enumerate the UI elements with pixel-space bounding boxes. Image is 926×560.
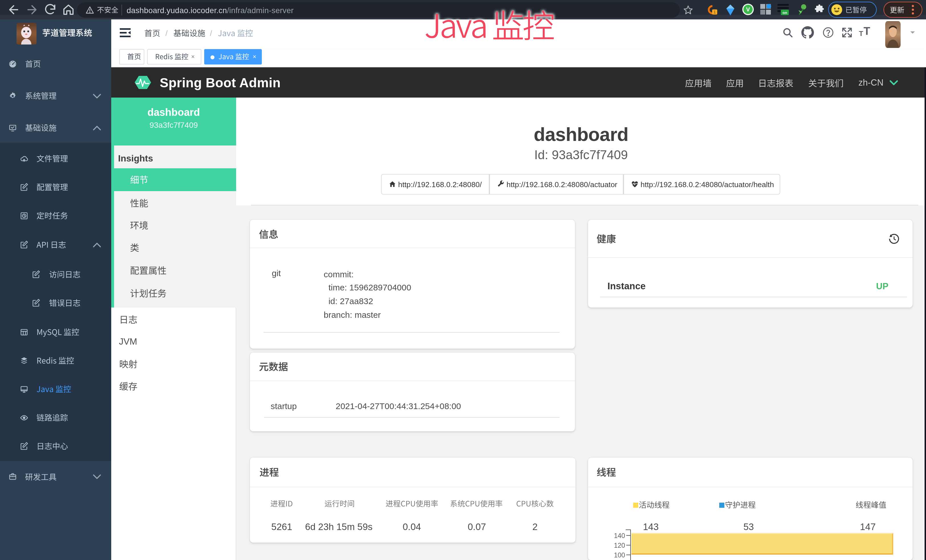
svg-text:1: 1 — [714, 9, 716, 14]
svg-text:on: on — [782, 11, 787, 15]
svg-text:V: V — [746, 6, 750, 12]
